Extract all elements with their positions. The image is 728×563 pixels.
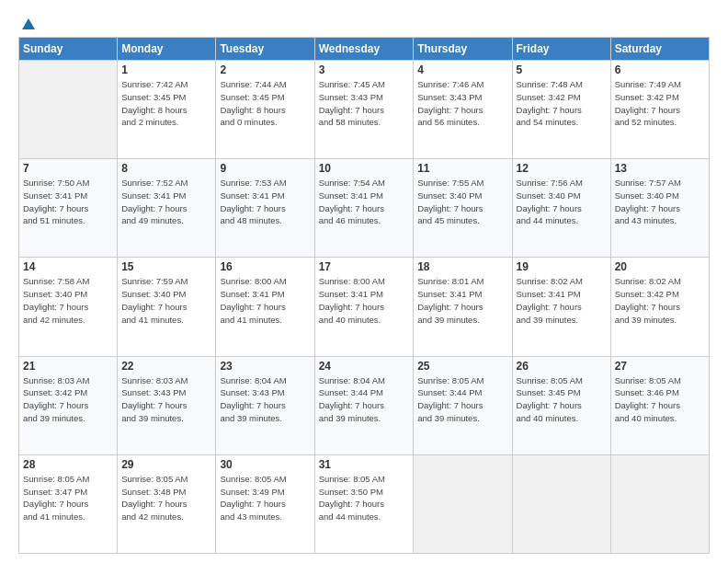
day-info: Sunrise: 7:49 AMSunset: 3:42 PMDaylight:… <box>615 78 705 129</box>
day-number: 14 <box>23 260 113 273</box>
day-number: 1 <box>121 63 211 76</box>
day-info: Sunrise: 8:02 AMSunset: 3:42 PMDaylight:… <box>615 275 705 326</box>
day-info: Sunrise: 8:05 AMSunset: 3:45 PMDaylight:… <box>517 374 607 425</box>
calendar-cell: 6Sunrise: 7:49 AMSunset: 3:42 PMDaylight… <box>610 61 709 159</box>
day-number: 4 <box>417 63 507 76</box>
calendar-cell: 8Sunrise: 7:52 AMSunset: 3:41 PMDaylight… <box>118 159 216 258</box>
day-number: 30 <box>220 458 310 471</box>
calendar-week-row: 28Sunrise: 8:05 AMSunset: 3:47 PMDayligh… <box>19 454 710 553</box>
weekday-header: Saturday <box>610 38 709 61</box>
day-info: Sunrise: 8:05 AMSunset: 3:49 PMDaylight:… <box>220 473 310 523</box>
day-number: 17 <box>319 260 410 273</box>
calendar-cell <box>19 61 118 159</box>
calendar-cell: 12Sunrise: 7:56 AMSunset: 3:40 PMDayligh… <box>512 159 610 258</box>
day-number: 11 <box>417 162 507 175</box>
day-number: 9 <box>220 162 310 175</box>
day-info: Sunrise: 8:05 AMSunset: 3:48 PMDaylight:… <box>121 473 211 523</box>
calendar-cell: 2Sunrise: 7:44 AMSunset: 3:45 PMDaylight… <box>216 61 314 159</box>
day-number: 5 <box>517 63 607 76</box>
calendar-week-row: 21Sunrise: 8:03 AMSunset: 3:42 PMDayligh… <box>19 356 710 454</box>
day-info: Sunrise: 7:48 AMSunset: 3:42 PMDaylight:… <box>517 78 607 129</box>
day-info: Sunrise: 7:50 AMSunset: 3:41 PMDaylight:… <box>23 177 113 227</box>
day-number: 2 <box>220 63 310 76</box>
calendar-cell <box>414 454 512 553</box>
day-number: 13 <box>615 162 705 175</box>
day-number: 12 <box>517 162 607 175</box>
day-info: Sunrise: 7:56 AMSunset: 3:40 PMDaylight:… <box>517 177 607 227</box>
day-info: Sunrise: 8:05 AMSunset: 3:44 PMDaylight:… <box>417 374 507 425</box>
day-info: Sunrise: 7:44 AMSunset: 3:45 PMDaylight:… <box>220 78 310 129</box>
day-info: Sunrise: 8:05 AMSunset: 3:46 PMDaylight:… <box>615 374 705 425</box>
calendar-cell: 21Sunrise: 8:03 AMSunset: 3:42 PMDayligh… <box>19 356 118 454</box>
day-info: Sunrise: 7:55 AMSunset: 3:40 PMDaylight:… <box>417 177 507 227</box>
day-info: Sunrise: 8:00 AMSunset: 3:41 PMDaylight:… <box>319 275 410 326</box>
weekday-header: Sunday <box>19 38 118 61</box>
calendar-cell: 1Sunrise: 7:42 AMSunset: 3:45 PMDaylight… <box>118 61 216 159</box>
svg-marker-0 <box>22 18 35 29</box>
day-info: Sunrise: 8:05 AMSunset: 3:47 PMDaylight:… <box>23 473 113 523</box>
day-number: 21 <box>23 360 113 373</box>
calendar-cell: 28Sunrise: 8:05 AMSunset: 3:47 PMDayligh… <box>19 454 118 553</box>
day-info: Sunrise: 8:03 AMSunset: 3:42 PMDaylight:… <box>23 374 113 425</box>
calendar-cell: 17Sunrise: 8:00 AMSunset: 3:41 PMDayligh… <box>314 258 414 356</box>
weekday-header: Tuesday <box>216 38 314 61</box>
day-number: 19 <box>517 260 607 273</box>
weekday-header: Monday <box>118 38 216 61</box>
calendar-week-row: 14Sunrise: 7:58 AMSunset: 3:40 PMDayligh… <box>19 258 710 356</box>
day-number: 25 <box>417 360 507 373</box>
weekday-header: Wednesday <box>314 38 414 61</box>
day-info: Sunrise: 7:54 AMSunset: 3:41 PMDaylight:… <box>319 177 410 227</box>
calendar-cell: 23Sunrise: 8:04 AMSunset: 3:43 PMDayligh… <box>216 356 314 454</box>
calendar-cell: 3Sunrise: 7:45 AMSunset: 3:43 PMDaylight… <box>314 61 414 159</box>
day-number: 26 <box>517 360 607 373</box>
calendar-cell: 30Sunrise: 8:05 AMSunset: 3:49 PMDayligh… <box>216 454 314 553</box>
calendar-cell: 25Sunrise: 8:05 AMSunset: 3:44 PMDayligh… <box>414 356 512 454</box>
calendar-cell: 26Sunrise: 8:05 AMSunset: 3:45 PMDayligh… <box>512 356 610 454</box>
day-number: 28 <box>23 458 113 471</box>
day-number: 3 <box>319 63 410 76</box>
calendar-cell: 18Sunrise: 8:01 AMSunset: 3:41 PMDayligh… <box>414 258 512 356</box>
calendar-cell: 27Sunrise: 8:05 AMSunset: 3:46 PMDayligh… <box>610 356 709 454</box>
calendar-cell: 19Sunrise: 8:02 AMSunset: 3:41 PMDayligh… <box>512 258 610 356</box>
day-info: Sunrise: 8:04 AMSunset: 3:43 PMDaylight:… <box>220 374 310 425</box>
day-info: Sunrise: 8:05 AMSunset: 3:50 PMDaylight:… <box>319 473 410 523</box>
day-info: Sunrise: 7:45 AMSunset: 3:43 PMDaylight:… <box>319 78 410 129</box>
day-info: Sunrise: 8:04 AMSunset: 3:44 PMDaylight:… <box>319 374 410 425</box>
calendar-cell <box>610 454 709 553</box>
calendar-cell: 13Sunrise: 7:57 AMSunset: 3:40 PMDayligh… <box>610 159 709 258</box>
day-number: 27 <box>615 360 705 373</box>
day-number: 7 <box>23 162 113 175</box>
day-info: Sunrise: 7:53 AMSunset: 3:41 PMDaylight:… <box>220 177 310 227</box>
calendar-week-row: 7Sunrise: 7:50 AMSunset: 3:41 PMDaylight… <box>19 159 710 258</box>
calendar: SundayMondayTuesdayWednesdayThursdayFrid… <box>18 37 710 554</box>
day-number: 6 <box>615 63 705 76</box>
calendar-cell: 10Sunrise: 7:54 AMSunset: 3:41 PMDayligh… <box>314 159 414 258</box>
calendar-week-row: 1Sunrise: 7:42 AMSunset: 3:45 PMDaylight… <box>19 61 710 159</box>
day-info: Sunrise: 8:02 AMSunset: 3:41 PMDaylight:… <box>517 275 607 326</box>
logo <box>18 17 37 29</box>
calendar-cell <box>512 454 610 553</box>
day-info: Sunrise: 7:42 AMSunset: 3:45 PMDaylight:… <box>121 78 211 129</box>
weekday-header: Thursday <box>414 38 512 61</box>
calendar-cell: 31Sunrise: 8:05 AMSunset: 3:50 PMDayligh… <box>314 454 414 553</box>
day-number: 15 <box>121 260 211 273</box>
calendar-cell: 20Sunrise: 8:02 AMSunset: 3:42 PMDayligh… <box>610 258 709 356</box>
calendar-cell: 24Sunrise: 8:04 AMSunset: 3:44 PMDayligh… <box>314 356 414 454</box>
day-number: 18 <box>417 260 507 273</box>
day-info: Sunrise: 7:46 AMSunset: 3:43 PMDaylight:… <box>417 78 507 129</box>
day-info: Sunrise: 7:57 AMSunset: 3:40 PMDaylight:… <box>615 177 705 227</box>
day-number: 29 <box>121 458 211 471</box>
calendar-cell: 22Sunrise: 8:03 AMSunset: 3:43 PMDayligh… <box>118 356 216 454</box>
calendar-cell: 14Sunrise: 7:58 AMSunset: 3:40 PMDayligh… <box>19 258 118 356</box>
calendar-cell: 15Sunrise: 7:59 AMSunset: 3:40 PMDayligh… <box>118 258 216 356</box>
day-info: Sunrise: 8:01 AMSunset: 3:41 PMDaylight:… <box>417 275 507 326</box>
day-number: 16 <box>220 260 310 273</box>
weekday-header: Friday <box>512 38 610 61</box>
day-number: 20 <box>615 260 705 273</box>
day-number: 31 <box>319 458 410 471</box>
day-info: Sunrise: 7:58 AMSunset: 3:40 PMDaylight:… <box>23 275 113 326</box>
calendar-cell: 5Sunrise: 7:48 AMSunset: 3:42 PMDaylight… <box>512 61 610 159</box>
calendar-cell: 29Sunrise: 8:05 AMSunset: 3:48 PMDayligh… <box>118 454 216 553</box>
calendar-cell: 7Sunrise: 7:50 AMSunset: 3:41 PMDaylight… <box>19 159 118 258</box>
day-info: Sunrise: 7:59 AMSunset: 3:40 PMDaylight:… <box>121 275 211 326</box>
